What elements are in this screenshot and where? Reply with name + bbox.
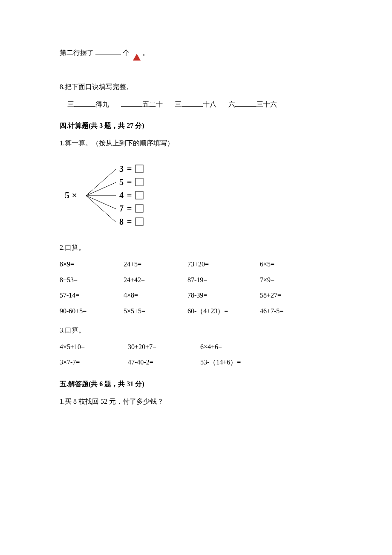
q3-r1c1: 4×5+10= <box>60 341 128 353</box>
q8-item-1-a: 三 <box>67 101 74 108</box>
q2-r1c4: 6×5= <box>260 258 324 271</box>
q8-item-1-blank[interactable] <box>74 99 95 107</box>
q7-row2-line: 第二行摆了 个 。 <box>60 47 332 60</box>
svg-line-4 <box>86 196 116 222</box>
q7-suffix: 个 <box>123 49 130 56</box>
q8-item-1-b: 得九 <box>95 101 109 108</box>
q8-items: 三得九 五二十 三十八 六三十六 <box>67 98 332 111</box>
q2-r4c2: 5×5+5= <box>124 305 187 318</box>
sec4-q2-prompt: 2.口算。 <box>60 242 332 254</box>
sec4-q2-grid: 8×9= 24+5= 73+20= 6×5= 8+53= 24+42= 87-1… <box>60 258 332 318</box>
fan-row-5-num: 8 <box>119 217 124 226</box>
q2-r2c4: 7×9= <box>260 274 324 286</box>
q2-r4c3: 60-（4+23）= <box>187 305 260 318</box>
fan-diagram: 5 × 3 = 5 = 4 = 7 = 8 = <box>61 157 164 234</box>
fan-row-2-eq: = <box>127 177 132 187</box>
q2-r1c3: 73+20= <box>187 258 260 271</box>
q8-item-2: 五二十 <box>121 98 163 111</box>
triangle-icon <box>133 47 141 60</box>
fan-row-5-box[interactable] <box>135 218 143 225</box>
fan-row-3-box[interactable] <box>135 191 143 199</box>
fan-row-2-box[interactable] <box>135 178 143 186</box>
q3-r1c2: 30+20+7= <box>128 341 200 353</box>
sec4-title: 四.计算题(共 3 题，共 27 分) <box>60 120 332 132</box>
q8-item-2-b: 五二十 <box>142 101 163 108</box>
q3-r2c2: 47-40-2= <box>128 356 200 369</box>
svg-line-1 <box>86 182 116 196</box>
q8-item-4-blank[interactable] <box>235 99 257 107</box>
q2-r4c1: 90-60+5= <box>60 305 124 318</box>
q7-period: 。 <box>142 49 149 56</box>
svg-line-0 <box>86 169 116 196</box>
q8-item-4-a: 六 <box>228 101 235 108</box>
q8-item-4: 六三十六 <box>228 98 277 111</box>
q3-r2c1: 3×7-7= <box>60 356 128 369</box>
q8-item-3-a: 三 <box>175 101 182 108</box>
fan-row-3-num: 4 <box>119 191 124 200</box>
q2-r2c1: 8+53= <box>60 274 124 286</box>
q2-r1c2: 24+5= <box>124 258 187 271</box>
q8-item-3-b: 十八 <box>203 101 216 108</box>
q8-item-2-blank[interactable] <box>121 99 142 107</box>
fan-row-4-num: 7 <box>119 204 124 213</box>
fan-row-1-eq: = <box>127 164 132 173</box>
fan-row-1-num: 3 <box>119 164 124 173</box>
svg-line-3 <box>86 196 116 209</box>
sec4-q1-prompt: 1.算一算。（按从上到下的顺序填写） <box>60 137 332 150</box>
sec4-q3-grid: 4×5+10= 30+20+7= 6×4+6= 3×7-7= 47-40-2= … <box>60 341 332 369</box>
q2-r3c3: 78-39= <box>187 289 260 302</box>
q2-r3c2: 4×8= <box>124 289 187 302</box>
fan-left-label: 5 × <box>65 190 77 200</box>
q2-r1c1: 8×9= <box>60 258 124 271</box>
q3-r1c3: 6×4+6= <box>200 341 281 353</box>
q2-r4c4: 46+7-5= <box>260 305 324 318</box>
fan-row-3-eq: = <box>127 191 132 200</box>
fan-row-2-num: 5 <box>119 177 124 187</box>
q8-item-1: 三得九 <box>67 98 109 111</box>
q8-item-3-blank[interactable] <box>182 99 203 107</box>
fan-row-4-box[interactable] <box>135 205 143 212</box>
q7-blank[interactable] <box>95 48 121 55</box>
q2-r2c3: 87-19= <box>187 274 260 286</box>
q3-r2c3: 53-（14+6）= <box>200 356 281 369</box>
q8-item-4-b: 三十六 <box>257 101 277 108</box>
q8-prompt: 8.把下面口诀填写完整。 <box>60 81 332 93</box>
fan-row-1-box[interactable] <box>135 165 143 173</box>
sec5-q1: 1.买 8 枝找回 52 元，付了多少钱？ <box>60 396 332 408</box>
sec4-q3-prompt: 3.口算。 <box>60 324 332 337</box>
q7-prefix: 第二行摆了 <box>60 49 94 56</box>
q2-r3c4: 58+27= <box>260 289 324 302</box>
fan-row-4-eq: = <box>127 204 132 213</box>
fan-row-5-eq: = <box>127 217 132 226</box>
q2-r2c2: 24+42= <box>124 274 187 286</box>
sec5-title: 五.解答题(共 6 题，共 31 分) <box>60 378 332 390</box>
q2-r3c1: 57-14= <box>60 289 124 302</box>
q8-item-3: 三十八 <box>175 98 216 111</box>
